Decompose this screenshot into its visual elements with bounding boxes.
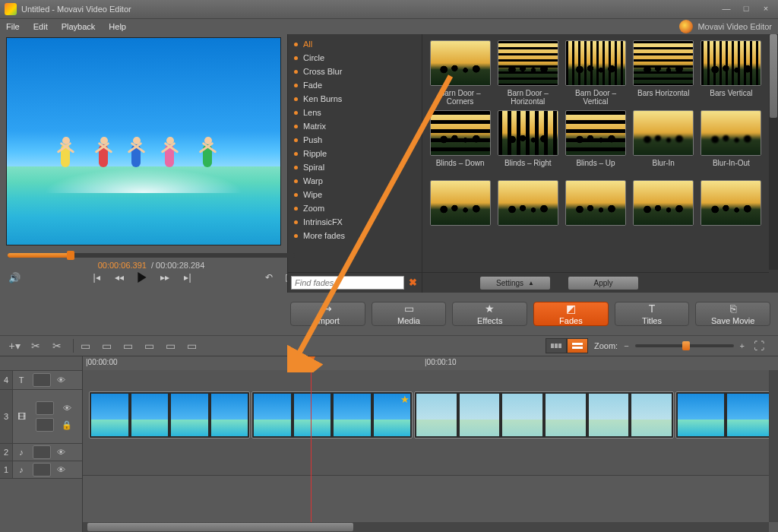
clip-swi[interactable]: Swi: [675, 391, 776, 439]
close-button[interactable]: ×: [758, 4, 773, 14]
main-tab-bar: ↪Import▭Media★Effects◩FadesTTitles⎘Save …: [287, 297, 778, 331]
apply-button[interactable]: Apply: [568, 277, 638, 290]
track-4[interactable]: [83, 370, 778, 389]
timeline-h-scrollbar[interactable]: [83, 522, 769, 532]
track4-visibility[interactable]: 👁: [54, 375, 68, 385]
track3-thumb-b[interactable]: [36, 418, 54, 432]
timeline-v-scrollbar[interactable]: [769, 370, 778, 522]
tool-e[interactable]: ▭: [162, 338, 179, 353]
fade-thumb-blinds-up[interactable]: [565, 110, 626, 156]
view-storyboard-button[interactable]: [546, 338, 567, 353]
fade-category-ripple[interactable]: Ripple: [288, 147, 422, 160]
menu-file[interactable]: File: [6, 22, 20, 31]
track1-thumb[interactable]: [33, 463, 51, 477]
tab-titles[interactable]: TTitles: [615, 302, 690, 326]
star-icon: ★: [400, 394, 410, 405]
cut-button[interactable]: ✂: [27, 338, 44, 353]
fade-category-cross-blur[interactable]: Cross Blur: [288, 65, 422, 78]
play-button[interactable]: [136, 271, 148, 283]
fade-category-push[interactable]: Push: [288, 133, 422, 147]
fade-category-intrinsicfx[interactable]: IntrinsicFX: [288, 215, 422, 229]
tab-import[interactable]: ↪Import: [290, 302, 365, 326]
preview-player[interactable]: [6, 37, 281, 245]
track4-thumb[interactable]: [33, 373, 51, 387]
fade-category-zoom[interactable]: Zoom: [288, 201, 422, 215]
fade-thumb-barn-door-horizontal[interactable]: [498, 40, 558, 86]
fade-category-matrix[interactable]: Matrix: [288, 119, 422, 133]
tool-d[interactable]: ▭: [141, 338, 157, 353]
fade-category-wipe[interactable]: Wipe: [288, 188, 422, 201]
audio-track-2-icon: ♪: [13, 448, 30, 457]
zoom-slider[interactable]: [635, 344, 734, 347]
fade-category-more-fades[interactable]: More fades: [288, 229, 422, 242]
settings-button[interactable]: Settings▲: [480, 277, 550, 290]
track-3[interactable]: Freedom.png (0:00:05)★Friends.jpg (0:00:…: [83, 388, 778, 442]
fade-thumb-barn-door-corners[interactable]: [430, 40, 491, 86]
svg-rect-2: [558, 344, 561, 348]
cut-ripple-button[interactable]: ✂: [49, 338, 65, 353]
find-fades-input[interactable]: [291, 276, 404, 290]
tool-f[interactable]: ▭: [183, 338, 200, 353]
window-titlebar: Untitled - Movavi Video Editor — □ ×: [0, 0, 778, 19]
playback-progress[interactable]: [8, 253, 295, 258]
fade-thumb-blur-in-out[interactable]: [701, 110, 761, 156]
tab-media[interactable]: ▭Media: [372, 302, 447, 326]
tab-fades[interactable]: ◩Fades: [533, 302, 609, 326]
track3-lock[interactable]: 🔒: [60, 420, 74, 430]
fade-category-fade[interactable]: Fade: [288, 78, 422, 92]
track-2[interactable]: [83, 442, 778, 459]
fit-button[interactable]: ⛶: [751, 338, 767, 353]
fade-thumb-item-14[interactable]: [701, 180, 761, 226]
tool-a[interactable]: ▭: [77, 338, 93, 353]
fade-thumb-label: Barn Door – Corners: [429, 89, 492, 106]
clip-friends-jpg[interactable]: ★Friends.jpg (0:00:05): [251, 391, 413, 439]
rewind-button[interactable]: ◂◂: [113, 271, 125, 283]
fade-category-circle[interactable]: Circle: [288, 51, 422, 65]
timeline-ruler[interactable]: |00:00:00|00:00:10: [83, 356, 778, 371]
tool-c[interactable]: ▭: [119, 338, 136, 353]
menu-edit[interactable]: Edit: [33, 22, 48, 31]
fade-thumb-item-10[interactable]: [430, 180, 491, 226]
track2-thumb[interactable]: [33, 445, 51, 459]
track2-mute[interactable]: 👁: [54, 448, 68, 457]
tab-save-movie[interactable]: ⎘Save Movie: [695, 302, 770, 326]
add-track-button[interactable]: +▾: [6, 338, 23, 353]
grid-scrollbar[interactable]: [769, 34, 778, 270]
undo-button[interactable]: ↶: [263, 271, 275, 283]
menu-playback[interactable]: Playback: [62, 22, 96, 31]
fade-category-warp[interactable]: Warp: [288, 174, 422, 188]
fade-thumb-item-11[interactable]: [498, 180, 558, 226]
tab-effects[interactable]: ★Effects: [452, 302, 527, 326]
clear-search-button[interactable]: ✖: [407, 276, 419, 290]
prev-clip-button[interactable]: |◂: [90, 271, 103, 283]
clip-freedom-png[interactable]: Freedom.png (0:00:05): [89, 391, 250, 439]
fade-thumb-barn-door-vertical[interactable]: [565, 40, 626, 86]
volume-icon[interactable]: 🔊: [8, 272, 21, 283]
fade-thumb-blinds-down[interactable]: [430, 110, 491, 156]
next-clip-button[interactable]: ▸|: [182, 271, 194, 283]
menu-help[interactable]: Help: [109, 22, 126, 31]
forward-button[interactable]: ▸▸: [159, 271, 171, 283]
fade-thumb-blur-in[interactable]: [633, 110, 694, 156]
track3-visibility[interactable]: 👁: [60, 404, 74, 413]
fade-thumb-item-12[interactable]: [565, 180, 626, 226]
track-1[interactable]: [83, 458, 778, 476]
track1-mute[interactable]: 👁: [54, 465, 68, 474]
track3-thumb-a[interactable]: [36, 401, 54, 415]
fade-category-ken-burns[interactable]: Ken Burns: [288, 92, 422, 106]
brand-label: Movavi Video Editor: [679, 20, 772, 33]
minimize-button[interactable]: —: [719, 4, 734, 14]
maximize-button[interactable]: □: [738, 4, 754, 14]
fade-category-lens[interactable]: Lens: [288, 106, 422, 119]
fade-category-spiral[interactable]: Spiral: [288, 160, 422, 174]
fade-category-all[interactable]: All: [288, 37, 422, 51]
clip-summer-mp4[interactable]: Summer.mp4 (0:00:08): [414, 391, 674, 439]
fade-thumb-item-13[interactable]: [633, 180, 694, 226]
view-timeline-button[interactable]: [567, 338, 588, 353]
fade-thumb-blinds-right[interactable]: [498, 110, 558, 156]
fade-thumbnail-grid: Barn Door – CornersBarn Door – Horizonta…: [422, 34, 769, 245]
fade-thumb-bars-horizontal[interactable]: [633, 40, 694, 86]
fade-thumb-bars-vertical[interactable]: [701, 40, 761, 86]
svg-rect-3: [572, 343, 583, 345]
tool-b[interactable]: ▭: [98, 338, 115, 353]
